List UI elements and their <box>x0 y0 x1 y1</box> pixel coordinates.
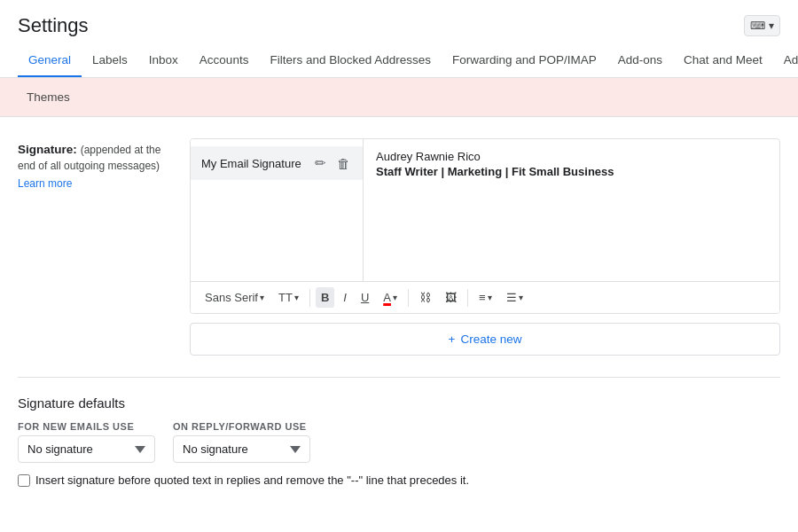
tab-advanced[interactable]: Advanced <box>773 44 798 78</box>
underline-btn[interactable]: U <box>356 287 374 308</box>
link-btn[interactable]: ⛓ <box>414 287 436 308</box>
signature-label-title: Signature: <box>18 143 77 156</box>
new-emails-label: FOR NEW EMAILS USE <box>18 421 155 432</box>
insert-sig-row: Insert signature before quoted text in r… <box>18 473 780 487</box>
bold-btn[interactable]: B <box>316 287 334 308</box>
italic-btn[interactable]: I <box>338 287 352 308</box>
align-icon: ≡ <box>479 291 486 304</box>
tab-forwarding[interactable]: Forwarding and POP/IMAP <box>442 44 607 78</box>
main-content: Signature: (appended at the end of all o… <box>0 117 798 508</box>
align-btn[interactable]: ≡ ▾ <box>473 287 497 308</box>
signature-toolbar: Sans Serif ▾ TT ▾ B I U <box>191 281 779 313</box>
tab-filters[interactable]: Filters and Blocked Addresses <box>259 44 442 78</box>
learn-more-link[interactable]: Learn more <box>18 177 168 190</box>
list-btn[interactable]: ☰ ▾ <box>501 287 528 308</box>
signature-list: My Email Signature ✏ 🗑 <box>191 139 364 281</box>
top-bar-right: ⌨ ▾ <box>744 15 780 36</box>
sig-editor-name-line: Audrey Rawnie Rico <box>376 150 767 163</box>
page-title: Settings <box>18 14 89 37</box>
signature-list-icons: ✏ 🗑 <box>313 153 352 173</box>
italic-icon: I <box>343 291 347 304</box>
link-icon: ⛓ <box>419 291 431 304</box>
font-size-chevron-icon: ▾ <box>294 293 299 302</box>
edit-signature-icon[interactable]: ✏ <box>313 153 328 173</box>
signature-editor-wrap: My Email Signature ✏ 🗑 Audrey Rawnie Ric… <box>190 138 780 314</box>
insert-sig-label: Insert signature before quoted text in r… <box>35 473 469 487</box>
new-emails-select[interactable]: No signature My Email Signature <box>18 435 155 463</box>
font-color-btn[interactable]: A ▾ <box>378 287 403 308</box>
image-icon: 🖼 <box>445 291 457 304</box>
toolbar-separator-1 <box>309 289 310 307</box>
tab-addons[interactable]: Add-ons <box>607 44 673 78</box>
signature-list-item[interactable]: My Email Signature ✏ 🗑 <box>191 146 363 180</box>
reply-forward-label: ON REPLY/FORWARD USE <box>173 421 310 432</box>
reply-forward-field-group: ON REPLY/FORWARD USE No signature My Ema… <box>173 421 310 463</box>
font-family-chevron-icon: ▾ <box>260 293 264 302</box>
signature-defaults-section: Signature defaults FOR NEW EMAILS USE No… <box>18 377 780 487</box>
font-color-chevron-icon: ▾ <box>393 293 397 302</box>
font-color-icon: A <box>383 291 391 304</box>
font-family-btn[interactable]: Sans Serif ▾ <box>200 287 270 308</box>
bold-icon: B <box>321 291 329 304</box>
delete-signature-icon[interactable]: 🗑 <box>335 154 352 173</box>
font-family-label: Sans Serif <box>205 291 258 304</box>
signature-section: Signature: (appended at the end of all o… <box>18 138 780 356</box>
nav-tabs: General Labels Inbox Accounts Filters an… <box>0 44 798 78</box>
new-emails-field-group: FOR NEW EMAILS USE No signature My Email… <box>18 421 155 463</box>
toolbar-separator-3 <box>467 289 468 307</box>
signature-label-group: Signature: (appended at the end of all o… <box>18 138 168 190</box>
tab-accounts[interactable]: Accounts <box>189 44 260 78</box>
insert-sig-checkbox[interactable] <box>18 474 30 487</box>
reply-forward-select[interactable]: No signature My Email Signature <box>173 435 310 463</box>
keyboard-shortcut-button[interactable]: ⌨ ▾ <box>744 15 780 36</box>
underline-icon: U <box>361 291 369 304</box>
sig-list-and-editor: My Email Signature ✏ 🗑 Audrey Rawnie Ric… <box>191 139 779 281</box>
top-bar: Settings ⌨ ▾ <box>0 0 798 44</box>
list-icon: ☰ <box>506 291 517 304</box>
keyboard-dropdown-arrow: ▾ <box>769 20 774 32</box>
font-size-btn[interactable]: TT ▾ <box>273 287 304 308</box>
keyboard-icon: ⌨ <box>750 20 765 32</box>
image-btn[interactable]: 🖼 <box>440 287 462 308</box>
sub-nav: Themes <box>0 78 798 117</box>
tab-chat[interactable]: Chat and Meet <box>673 44 773 78</box>
signature-name: My Email Signature <box>201 157 301 170</box>
create-new-label: Create new <box>460 332 521 346</box>
sig-editor-title-line: Staff Writer | Marketing | Fit Small Bus… <box>376 165 767 178</box>
font-size-icon: TT <box>278 291 293 304</box>
signature-defaults-title: Signature defaults <box>18 381 780 411</box>
list-chevron-icon: ▾ <box>519 293 523 302</box>
toolbar-separator-2 <box>408 289 409 307</box>
tab-themes[interactable]: Themes <box>18 85 79 109</box>
tab-general[interactable]: General <box>18 44 82 78</box>
tab-labels[interactable]: Labels <box>82 44 138 78</box>
create-new-button[interactable]: + Create new <box>190 323 780 356</box>
signature-editor[interactable]: Audrey Rawnie Rico Staff Writer | Market… <box>364 139 779 281</box>
signature-defaults-fields: FOR NEW EMAILS USE No signature My Email… <box>18 421 780 463</box>
create-new-plus-icon: + <box>449 332 456 346</box>
align-chevron-icon: ▾ <box>488 293 492 302</box>
tab-inbox[interactable]: Inbox <box>138 44 189 78</box>
